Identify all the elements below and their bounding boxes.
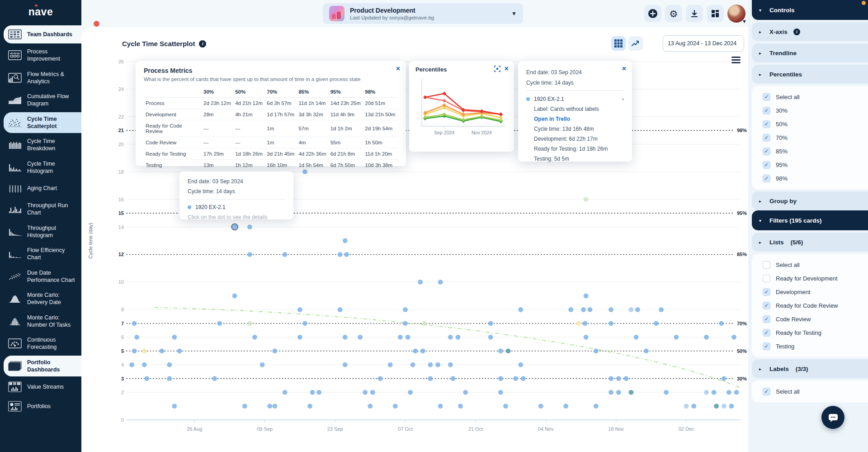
unchecked-checkbox-icon[interactable] bbox=[763, 275, 770, 282]
data-point[interactable] bbox=[634, 335, 639, 340]
data-point[interactable] bbox=[722, 376, 726, 381]
sidebar-item-cumulative-flow-diagram[interactable]: Cumulative Flow Diagram bbox=[4, 90, 81, 111]
data-point[interactable] bbox=[498, 348, 503, 353]
section-percentiles[interactable]: ▸ Percentiles bbox=[752, 65, 868, 84]
data-point[interactable] bbox=[283, 390, 288, 395]
sidebar-item-cycle-time-breakdown[interactable]: Cycle Time Breakdown bbox=[4, 134, 81, 156]
data-point[interactable] bbox=[142, 362, 147, 367]
data-point[interactable] bbox=[488, 335, 493, 340]
sidebar-item-throughput-histogram[interactable]: Throughput Histogram bbox=[4, 221, 81, 243]
data-point[interactable] bbox=[418, 280, 423, 285]
data-point[interactable] bbox=[343, 362, 348, 367]
section-x-axis[interactable]: ▸ X-axis i bbox=[752, 22, 868, 41]
checked-checkbox-icon[interactable]: ✓ bbox=[763, 147, 770, 155]
data-point[interactable] bbox=[463, 390, 468, 395]
close-icon[interactable]: × bbox=[505, 65, 509, 72]
checkbox-percentile-50-[interactable]: ✓50% bbox=[752, 117, 868, 131]
checkbox-list-code-review[interactable]: ✓Code Review bbox=[752, 312, 868, 326]
data-point[interactable] bbox=[451, 376, 456, 381]
data-point[interactable] bbox=[252, 335, 257, 340]
add-button[interactable] bbox=[644, 5, 661, 22]
checked-checkbox-icon[interactable]: ✓ bbox=[763, 388, 770, 395]
data-point[interactable] bbox=[283, 252, 288, 257]
data-point[interactable] bbox=[594, 348, 599, 353]
data-point[interactable] bbox=[132, 321, 137, 326]
data-point[interactable] bbox=[521, 376, 526, 381]
data-point[interactable] bbox=[654, 321, 659, 326]
checkbox-percentile-30-[interactable]: ✓30% bbox=[752, 104, 868, 117]
open-in-trello-link[interactable]: Open in Trello bbox=[534, 116, 624, 122]
download-button[interactable] bbox=[686, 5, 703, 22]
data-point[interactable] bbox=[363, 390, 368, 395]
nave-logo[interactable]: nave bbox=[0, 0, 81, 24]
data-point[interactable] bbox=[144, 376, 149, 381]
data-point[interactable] bbox=[594, 404, 599, 409]
data-point[interactable] bbox=[167, 362, 172, 367]
data-point[interactable] bbox=[691, 404, 696, 409]
data-point[interactable] bbox=[664, 390, 669, 395]
data-point[interactable] bbox=[132, 348, 137, 353]
data-point[interactable] bbox=[242, 404, 247, 409]
data-point[interactable] bbox=[722, 404, 726, 409]
data-point[interactable] bbox=[448, 362, 453, 367]
data-point[interactable] bbox=[310, 390, 315, 395]
data-point[interactable] bbox=[616, 376, 621, 381]
data-point[interactable] bbox=[428, 376, 433, 381]
data-point[interactable] bbox=[232, 293, 237, 298]
checkbox-label-select-all[interactable]: ✓Select all bbox=[752, 385, 868, 398]
data-point[interactable] bbox=[513, 376, 518, 381]
data-point[interactable] bbox=[403, 307, 408, 312]
data-point[interactable] bbox=[129, 362, 134, 367]
checked-checkbox-icon[interactable]: ✓ bbox=[763, 302, 770, 309]
section-group-by[interactable]: ▸ Group by bbox=[752, 191, 868, 210]
data-point[interactable] bbox=[267, 404, 272, 409]
sidebar-item-aging-chart[interactable]: Aging Chart bbox=[4, 179, 81, 197]
data-point[interactable] bbox=[704, 390, 709, 395]
data-point[interactable] bbox=[506, 348, 511, 353]
data-point[interactable] bbox=[142, 348, 147, 353]
data-point[interactable] bbox=[458, 404, 463, 409]
filters-header[interactable]: ▾ Filters (195 cards) bbox=[752, 210, 868, 230]
checkbox-list-ready-for-development[interactable]: Ready for Development bbox=[752, 271, 868, 285]
data-point[interactable] bbox=[217, 321, 222, 326]
data-point[interactable] bbox=[422, 321, 427, 326]
info-icon[interactable]: i bbox=[793, 29, 800, 35]
data-point[interactable] bbox=[712, 390, 717, 395]
data-point[interactable] bbox=[734, 390, 739, 395]
data-point[interactable] bbox=[729, 404, 734, 409]
data-point[interactable] bbox=[503, 404, 508, 409]
board-selector[interactable]: Product Development Last Updated by sony… bbox=[323, 3, 523, 24]
data-point[interactable] bbox=[160, 348, 165, 353]
checked-checkbox-icon[interactable]: ✓ bbox=[763, 134, 770, 142]
chevron-right-icon[interactable]: › bbox=[622, 95, 624, 102]
sidebar-item-value-streams[interactable]: Value Streams bbox=[4, 378, 81, 396]
checkbox-list-ready-for-code-review[interactable]: ✓Ready for Code Review bbox=[752, 299, 868, 312]
data-point[interactable] bbox=[428, 362, 433, 367]
controls-header[interactable]: ▾ Controls bbox=[752, 0, 868, 20]
checkbox-percentile-85-[interactable]: ✓85% bbox=[752, 144, 868, 158]
data-point[interactable] bbox=[629, 307, 634, 312]
chat-button[interactable] bbox=[821, 406, 844, 429]
data-point[interactable] bbox=[568, 307, 573, 312]
data-point[interactable] bbox=[247, 321, 252, 326]
data-point[interactable] bbox=[247, 224, 252, 229]
data-point[interactable] bbox=[413, 348, 418, 353]
data-point[interactable] bbox=[302, 321, 307, 326]
data-point[interactable] bbox=[644, 348, 649, 353]
checkbox-list-ready-for-testing[interactable]: ✓Ready for Testing bbox=[752, 326, 868, 339]
data-point[interactable] bbox=[518, 307, 523, 312]
checkbox-list-development[interactable]: ✓Development bbox=[752, 285, 868, 299]
data-point[interactable] bbox=[307, 404, 312, 409]
data-point[interactable] bbox=[316, 390, 321, 395]
data-point[interactable] bbox=[576, 321, 581, 326]
data-point[interactable] bbox=[212, 376, 217, 381]
data-point[interactable] bbox=[584, 197, 589, 202]
data-point[interactable] bbox=[629, 390, 634, 395]
data-point[interactable] bbox=[438, 404, 443, 409]
data-point[interactable] bbox=[719, 321, 724, 326]
sidebar-item-continuous-forecasting[interactable]: Continuous Forecasting bbox=[4, 333, 81, 354]
data-point[interactable] bbox=[410, 362, 415, 367]
data-point[interactable] bbox=[273, 348, 278, 353]
checked-checkbox-icon[interactable]: ✓ bbox=[763, 329, 770, 337]
data-point[interactable] bbox=[343, 238, 348, 243]
